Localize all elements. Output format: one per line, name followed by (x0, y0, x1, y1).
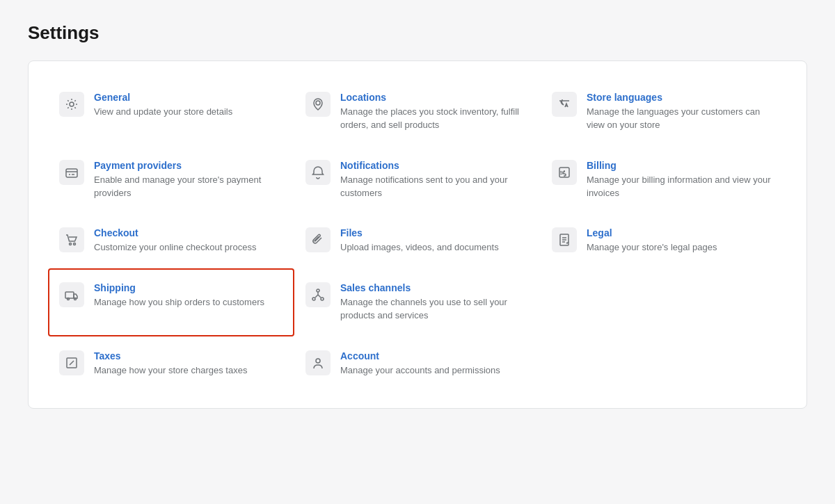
settings-item-shipping-desc: Manage how you ship orders to customers (94, 296, 264, 309)
svg-rect-2 (66, 169, 77, 177)
page-title: Settings (28, 22, 807, 44)
settings-item-checkout[interactable]: CheckoutCustomize your online checkout p… (48, 213, 294, 268)
settings-item-payment-providers[interactable]: Payment providersEnable and manage your … (48, 146, 294, 214)
settings-item-taxes-desc: Manage how your store charges taxes (94, 364, 247, 377)
bell-icon (305, 160, 331, 185)
settings-card: GeneralView and update your store detail… (28, 60, 807, 409)
account-icon (305, 350, 331, 375)
settings-item-shipping[interactable]: ShippingManage how you ship orders to cu… (48, 268, 294, 336)
taxes-icon (59, 350, 84, 375)
settings-item-sales-channels-desc: Manage the channels you use to sell your… (340, 296, 530, 323)
channels-icon (305, 282, 331, 307)
settings-item-locations-desc: Manage the places you stock inventory, f… (340, 106, 530, 132)
settings-item-legal-title: Legal (587, 227, 717, 238)
settings-item-store-languages-title: Store languages (587, 92, 776, 103)
settings-item-billing-desc: Manage your billing information and view… (587, 174, 776, 200)
empty-cell (541, 336, 787, 391)
settings-item-notifications[interactable]: NotificationsManage notifications sent t… (294, 146, 541, 214)
settings-item-billing-title: Billing (587, 160, 776, 171)
settings-item-files-title: Files (340, 227, 499, 238)
settings-item-taxes[interactable]: TaxesManage how your store charges taxes (48, 336, 294, 391)
settings-item-locations[interactable]: LocationsManage the places you stock inv… (294, 78, 541, 146)
settings-item-payment-providers-desc: Enable and manage your store's payment p… (94, 174, 283, 200)
settings-item-checkout-title: Checkout (94, 227, 256, 238)
paperclip-icon (305, 227, 331, 252)
settings-item-account[interactable]: AccountManage your accounts and permissi… (294, 336, 541, 391)
svg-text:$: $ (560, 170, 564, 176)
settings-item-store-languages[interactable]: Store languagesManage the languages your… (541, 78, 787, 146)
svg-point-11 (317, 289, 319, 292)
legal-icon (552, 227, 577, 252)
empty-cell (541, 268, 787, 336)
truck-icon (59, 282, 84, 307)
svg-point-13 (321, 298, 324, 300)
settings-item-legal[interactable]: LegalManage your store's legal pages (541, 213, 787, 268)
settings-item-checkout-desc: Customize your online checkout process (94, 241, 256, 254)
settings-item-notifications-desc: Manage notifications sent to you and you… (340, 174, 530, 200)
svg-point-0 (70, 102, 74, 106)
settings-item-locations-title: Locations (340, 92, 530, 103)
svg-point-10 (74, 298, 77, 300)
settings-item-files[interactable]: FilesUpload images, videos, and document… (294, 213, 541, 268)
svg-point-12 (312, 298, 315, 300)
settings-item-shipping-title: Shipping (94, 282, 264, 293)
settings-item-payment-providers-title: Payment providers (94, 160, 283, 171)
settings-item-account-desc: Manage your accounts and permissions (340, 364, 500, 377)
svg-rect-8 (65, 292, 74, 298)
settings-item-billing[interactable]: $ BillingManage your billing information… (541, 146, 787, 214)
settings-item-files-desc: Upload images, videos, and documents (340, 241, 499, 254)
svg-point-9 (67, 298, 70, 300)
svg-point-15 (316, 359, 320, 363)
translate-icon (552, 92, 577, 117)
gear-icon (59, 92, 84, 117)
pin-icon (305, 92, 331, 117)
settings-item-sales-channels-title: Sales channels (340, 282, 530, 293)
cart-icon (59, 227, 84, 252)
settings-item-notifications-title: Notifications (340, 160, 530, 171)
settings-item-general-desc: View and update your store details (94, 106, 232, 119)
svg-point-1 (316, 101, 320, 105)
settings-item-general[interactable]: GeneralView and update your store detail… (48, 78, 294, 146)
settings-item-account-title: Account (340, 350, 500, 361)
settings-item-taxes-title: Taxes (94, 350, 247, 361)
settings-item-store-languages-desc: Manage the languages your customers can … (587, 106, 776, 132)
settings-item-legal-desc: Manage your store's legal pages (587, 241, 717, 254)
svg-point-6 (74, 243, 76, 245)
settings-item-general-title: General (94, 92, 232, 103)
settings-item-sales-channels[interactable]: Sales channelsManage the channels you us… (294, 268, 541, 336)
svg-point-5 (70, 243, 72, 245)
settings-grid: GeneralView and update your store detail… (48, 78, 787, 391)
payment-icon (59, 160, 84, 185)
billing-icon: $ (552, 160, 577, 185)
